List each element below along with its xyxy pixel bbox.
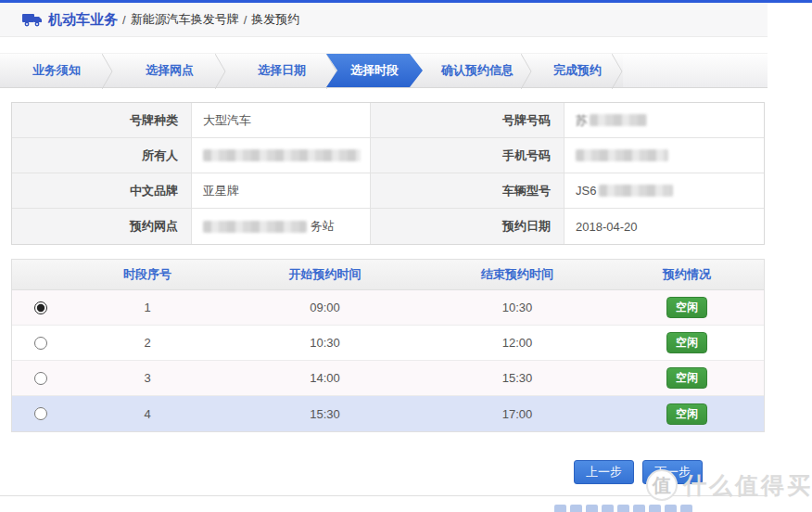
redacted-block [599, 185, 673, 197]
slot-radio-3[interactable] [34, 372, 47, 385]
redacted-block [576, 149, 668, 161]
tab-select-branch[interactable]: 选择网点 [113, 54, 226, 87]
previous-step-button[interactable]: 上一步 [574, 460, 634, 484]
status-badge: 空闲 [666, 403, 707, 425]
slot-start-time: 14:00 [225, 371, 425, 385]
field-label-brand: 中文品牌 [12, 173, 192, 209]
field-value-branch: 务站 [192, 209, 371, 244]
page-content: 机动车业务 / 新能源汽车换发号牌 / 换发预约 业务须知 选择网点 选择日期 … [0, 3, 768, 496]
col-header-status: 预约情况 [610, 266, 764, 283]
breadcrumb-item-current: 换发预约 [251, 11, 299, 28]
tab-label: 选择时段 [350, 62, 399, 79]
slot-start-time: 10:30 [225, 336, 425, 350]
slot-start-time: 09:00 [225, 301, 425, 314]
clipped-text-fragment [554, 505, 692, 512]
truck-icon [22, 12, 43, 27]
redacted-block [203, 221, 307, 233]
status-badge: 空闲 [666, 297, 707, 318]
slot-end-time: 12:00 [425, 336, 610, 350]
breadcrumb-separator: / [122, 13, 126, 27]
content-bottom-border [0, 495, 768, 496]
field-value-plate-type: 大型汽车 [192, 103, 371, 138]
col-header-seq: 时段序号 [70, 266, 225, 283]
tab-separator-icon [102, 54, 113, 89]
field-label-branch: 预约网点 [12, 209, 192, 244]
col-header-end: 结束预约时间 [425, 266, 610, 283]
timeslot-row-2[interactable]: 2 10:30 12:00 空闲 [12, 326, 764, 361]
model-prefix-text: JS6 [576, 184, 596, 198]
slot-end-time: 15:30 [425, 371, 610, 385]
timeslot-row-1[interactable]: 1 09:00 10:30 空闲 [12, 290, 764, 326]
field-label-owner: 所有人 [12, 138, 192, 173]
tab-finish[interactable]: 完成预约 [532, 54, 623, 87]
field-value-brand: 亚星牌 [192, 173, 371, 209]
tab-label: 选择网点 [146, 62, 194, 79]
slot-seq: 4 [70, 407, 225, 421]
redacted-block [590, 114, 647, 126]
field-label-model: 车辆型号 [371, 173, 565, 209]
action-bar: 上一步 下一步 [0, 460, 768, 484]
slot-start-time: 15:30 [225, 407, 425, 421]
timeslot-row-4[interactable]: 4 15:30 17:00 空闲 [12, 396, 764, 431]
field-value-phone [565, 138, 764, 173]
col-header-start: 开始预约时间 [225, 266, 425, 283]
slot-radio-4[interactable] [34, 407, 47, 420]
status-badge: 空闲 [666, 367, 707, 389]
tab-separator-icon [521, 54, 532, 89]
tab-select-date[interactable]: 选择日期 [226, 54, 337, 87]
slot-end-time: 17:00 [425, 407, 610, 421]
slot-radio-2[interactable] [34, 337, 47, 350]
tab-label: 业务须知 [32, 62, 81, 79]
redacted-block [203, 149, 361, 161]
tab-separator-icon [612, 54, 623, 89]
tab-label: 完成预约 [553, 62, 602, 79]
redacted-partial-text: 苏 [576, 112, 588, 129]
tab-select-timeslot-active[interactable]: 选择时段 [326, 54, 423, 87]
tab-label: 确认预约信息 [441, 62, 514, 79]
slot-seq: 2 [70, 336, 225, 350]
field-label-plate-number: 号牌号码 [371, 103, 565, 138]
step-tabs: 业务须知 选择网点 选择日期 选择时段 确认预约信息 完成预约 [0, 53, 768, 88]
slot-end-time: 10:30 [425, 301, 610, 314]
tab-separator-icon [215, 54, 226, 89]
field-value-date: 2018-04-20 [565, 209, 764, 244]
field-value-owner [192, 138, 371, 173]
field-value-plate-number: 苏 [565, 103, 764, 138]
breadcrumb-item-service: 新能源汽车换发号牌 [131, 11, 239, 28]
status-badge: 空闲 [666, 332, 707, 353]
timeslot-table: 时段序号 开始预约时间 结束预约时间 预约情况 1 09:00 10:30 空闲… [11, 259, 765, 432]
breadcrumb-separator: / [244, 13, 247, 27]
field-value-model: JS6 [565, 173, 764, 209]
slot-radio-1[interactable] [34, 301, 47, 314]
breadcrumb-section[interactable]: 机动车业务 [48, 11, 118, 29]
breadcrumb: 机动车业务 / 新能源汽车换发号牌 / 换发预约 [0, 3, 768, 37]
tab-filler [623, 54, 768, 87]
slot-seq: 3 [70, 371, 225, 385]
tab-label: 选择日期 [258, 62, 306, 79]
booking-info-table: 号牌种类 大型汽车 号牌号码 苏 所有人 手机号码 中文品牌 亚星牌 车辆型号 … [11, 102, 765, 245]
field-label-phone: 手机号码 [371, 138, 565, 173]
branch-suffix-text: 务站 [311, 218, 335, 235]
tab-confirm-info[interactable]: 确认预约信息 [423, 54, 532, 87]
field-label-date: 预约日期 [371, 209, 565, 244]
timeslot-table-header: 时段序号 开始预约时间 结束预约时间 预约情况 [12, 260, 764, 290]
timeslot-row-3[interactable]: 3 14:00 15:30 空闲 [12, 361, 764, 396]
next-step-button[interactable]: 下一步 [642, 460, 703, 484]
field-label-plate-type: 号牌种类 [12, 103, 192, 138]
slot-seq: 1 [70, 301, 225, 314]
tab-business-notice[interactable]: 业务须知 [0, 54, 113, 87]
